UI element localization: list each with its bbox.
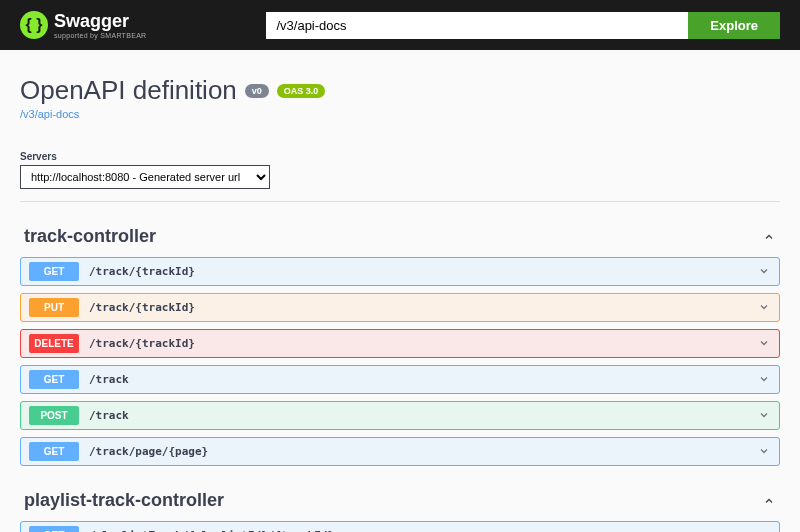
endpoint-row[interactable]: GET/playlistTrack/{playlistId}/{trackId}	[20, 521, 780, 532]
searchbar: Explore	[266, 12, 780, 39]
servers-label: Servers	[20, 151, 780, 162]
endpoint-row[interactable]: GET/track/{trackId}	[20, 257, 780, 286]
endpoint-row[interactable]: GET/track	[20, 365, 780, 394]
method-badge: GET	[29, 262, 79, 281]
chevron-down-icon	[757, 408, 771, 422]
header-row: OpenAPI definition v0 OAS 3.0	[20, 75, 780, 106]
divider	[20, 201, 780, 202]
endpoint-row[interactable]: POST/track	[20, 401, 780, 430]
section-title: playlist-track-controller	[24, 490, 224, 511]
chevron-down-icon	[757, 372, 771, 386]
logo: { } Swagger supported by SMARTBEAR	[20, 11, 146, 39]
servers-block: Servers http://localhost:8080 - Generate…	[20, 151, 780, 189]
endpoint-row[interactable]: PUT/track/{trackId}	[20, 293, 780, 322]
endpoint-row[interactable]: GET/track/page/{page}	[20, 437, 780, 466]
main-container: OpenAPI definition v0 OAS 3.0 /v3/api-do…	[20, 50, 780, 532]
endpoint-path: /track/{trackId}	[89, 301, 757, 314]
chevron-down-icon	[757, 444, 771, 458]
endpoint-path: /track/page/{page}	[89, 445, 757, 458]
chevron-down-icon	[757, 528, 771, 533]
topbar: { } Swagger supported by SMARTBEAR Explo…	[0, 0, 800, 50]
explore-button[interactable]: Explore	[688, 12, 780, 39]
chevron-down-icon	[757, 264, 771, 278]
chevron-down-icon	[757, 300, 771, 314]
servers-select[interactable]: http://localhost:8080 - Generated server…	[20, 165, 270, 189]
version-badge: v0	[245, 84, 269, 98]
method-badge: GET	[29, 526, 79, 532]
docs-link[interactable]: /v3/api-docs	[20, 108, 79, 120]
method-badge: PUT	[29, 298, 79, 317]
chevron-down-icon	[757, 336, 771, 350]
endpoint-path: /track/{trackId}	[89, 265, 757, 278]
endpoint-row[interactable]: DELETE/track/{trackId}	[20, 329, 780, 358]
endpoint-path: /track	[89, 373, 757, 386]
endpoint-path: /track/{trackId}	[89, 337, 757, 350]
section: playlist-track-controllerGET/playlistTra…	[20, 484, 780, 532]
chevron-up-icon	[762, 230, 776, 244]
section-header[interactable]: playlist-track-controller	[20, 484, 780, 521]
spec-url-input[interactable]	[266, 12, 688, 39]
method-badge: DELETE	[29, 334, 79, 353]
chevron-up-icon	[762, 494, 776, 508]
logo-subtext: supported by SMARTBEAR	[54, 32, 146, 39]
method-badge: GET	[29, 442, 79, 461]
method-badge: POST	[29, 406, 79, 425]
section-header[interactable]: track-controller	[20, 220, 780, 257]
oas-badge: OAS 3.0	[277, 84, 326, 98]
logo-text: Swagger	[54, 11, 146, 32]
section: track-controllerGET/track/{trackId}PUT/t…	[20, 220, 780, 466]
swagger-logo-icon: { }	[20, 11, 48, 39]
method-badge: GET	[29, 370, 79, 389]
endpoint-path: /track	[89, 409, 757, 422]
page-title: OpenAPI definition	[20, 75, 237, 106]
section-title: track-controller	[24, 226, 156, 247]
logo-text-wrap: Swagger supported by SMARTBEAR	[54, 11, 146, 39]
